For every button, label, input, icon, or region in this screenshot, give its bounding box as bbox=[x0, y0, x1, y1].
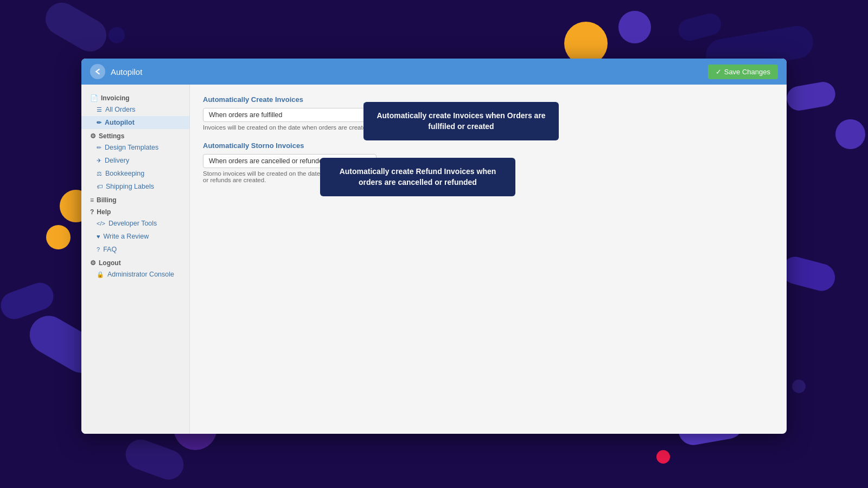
design-templates-icon: ✏ bbox=[97, 144, 101, 151]
app-header: Autopilot Save Changes bbox=[81, 59, 787, 85]
app-body: 📄 Invoicing ☰ All Orders ✏ Autopilot ⚙ S… bbox=[81, 85, 787, 434]
review-icon: ♥ bbox=[97, 233, 100, 240]
sidebar-section-settings: ⚙ Settings bbox=[81, 129, 189, 141]
sidebar-item-write-review[interactable]: ♥ Write a Review bbox=[81, 230, 189, 243]
faq-icon: ? bbox=[97, 246, 100, 253]
create-invoices-select-wrapper: When orders are fulfilled When orders ar… bbox=[203, 108, 376, 122]
admin-icon: 🔒 bbox=[97, 271, 104, 278]
back-button[interactable] bbox=[90, 64, 105, 79]
logout-icon: ⚙ bbox=[90, 259, 96, 267]
sidebar-section-logout: ⚙ Logout bbox=[81, 256, 189, 268]
developer-tools-icon: </> bbox=[97, 220, 105, 227]
sidebar-section-help: ? Help bbox=[81, 205, 189, 217]
sidebar-item-all-orders[interactable]: ☰ All Orders bbox=[81, 103, 189, 116]
shipping-icon: 🏷 bbox=[97, 183, 103, 190]
storno-invoices-title: Automatically Storno Invoices bbox=[203, 142, 774, 150]
sidebar-item-faq[interactable]: ? FAQ bbox=[81, 243, 189, 256]
create-invoices-hint: Invoices will be created on the date whe… bbox=[203, 124, 420, 131]
sidebar-item-developer-tools[interactable]: </> Developer Tools bbox=[81, 217, 189, 230]
create-invoices-title: Automatically Create Invoices bbox=[203, 95, 774, 104]
sidebar-item-autopilot[interactable]: ✏ Autopilot bbox=[81, 116, 189, 129]
sidebar-item-bookkeeping[interactable]: ⚖ Bookkeeping bbox=[81, 167, 189, 180]
sidebar-item-admin-console[interactable]: 🔒 Administrator Console bbox=[81, 268, 189, 281]
sidebar-item-shipping-labels[interactable]: 🏷 Shipping Labels bbox=[81, 180, 189, 193]
sidebar-section-billing: ≡ Billing bbox=[81, 193, 189, 205]
delivery-icon: ✈ bbox=[97, 157, 101, 164]
autopilot-icon: ✏ bbox=[97, 119, 101, 126]
storno-invoices-section: Automatically Storno Invoices When order… bbox=[203, 142, 774, 183]
storno-invoices-select[interactable]: When orders are cancelled or refunded Ne… bbox=[203, 154, 376, 168]
save-button[interactable]: Save Changes bbox=[708, 65, 778, 79]
create-invoices-select[interactable]: When orders are fulfilled When orders ar… bbox=[203, 108, 376, 122]
sidebar-section-invoicing: 📄 Invoicing bbox=[81, 91, 189, 103]
sidebar-item-design-templates[interactable]: ✏ Design Templates bbox=[81, 141, 189, 154]
bookkeeping-icon: ⚖ bbox=[97, 170, 102, 177]
billing-icon: ≡ bbox=[90, 196, 94, 204]
invoicing-icon: 📄 bbox=[90, 94, 98, 102]
settings-gear-icon: ⚙ bbox=[90, 132, 96, 140]
app-title: Autopilot bbox=[111, 67, 708, 76]
sidebar-item-delivery[interactable]: ✈ Delivery bbox=[81, 154, 189, 167]
help-icon: ? bbox=[90, 208, 94, 216]
storno-invoices-select-wrapper: When orders are cancelled or refunded Ne… bbox=[203, 154, 376, 168]
app-window: Autopilot Save Changes 📄 Invoicing ☰ All… bbox=[81, 59, 787, 434]
main-content: Automatically Create Invoices When order… bbox=[190, 85, 787, 434]
sidebar: 📄 Invoicing ☰ All Orders ✏ Autopilot ⚙ S… bbox=[81, 85, 190, 434]
all-orders-icon: ☰ bbox=[97, 106, 102, 113]
storno-invoices-hint: Storno invoices will be created on the d… bbox=[203, 170, 420, 183]
create-invoices-section: Automatically Create Invoices When order… bbox=[203, 95, 774, 131]
